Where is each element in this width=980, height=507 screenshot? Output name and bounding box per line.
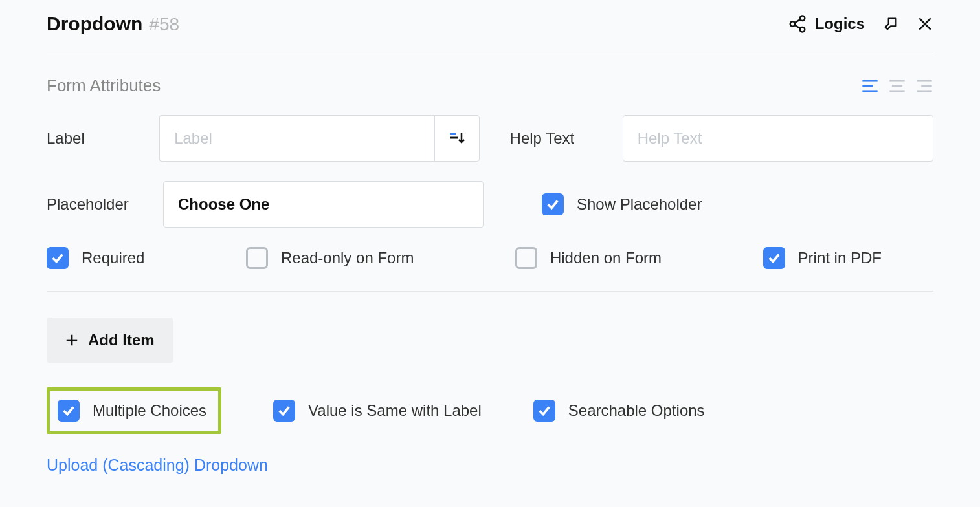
required-label: Required (82, 249, 144, 267)
share-icon (788, 14, 807, 34)
placeholder-input[interactable] (163, 181, 484, 228)
label-input[interactable] (159, 115, 434, 162)
divider (47, 291, 933, 292)
logics-button[interactable]: Logics (788, 14, 865, 34)
hidden-label: Hidden on Form (550, 249, 662, 267)
add-item-button[interactable]: Add Item (47, 318, 173, 363)
panel-title-wrap: Dropdown #58 (47, 13, 179, 35)
value-same-label-label: Value is Same with Label (308, 402, 482, 420)
checkbox-checked-icon (58, 400, 80, 422)
multiple-choices-checkbox[interactable]: Multiple Choices (58, 400, 206, 422)
print-pdf-label: Print in PDF (798, 249, 882, 267)
svg-point-2 (799, 27, 805, 32)
label-caption: Label (47, 129, 159, 147)
show-placeholder-label: Show Placeholder (577, 195, 702, 213)
section-title: Form Attributes (47, 76, 161, 96)
searchable-checkbox[interactable]: Searchable Options (533, 400, 705, 422)
searchable-label: Searchable Options (568, 402, 705, 420)
checkbox-checked-icon (763, 247, 785, 269)
divider (47, 52, 933, 52)
label-position-icon (448, 131, 466, 146)
panel-title: Dropdown (47, 13, 142, 35)
upload-cascading-link[interactable]: Upload (Cascading) Dropdown (47, 456, 933, 475)
svg-line-4 (794, 25, 800, 28)
checkbox-checked-icon (533, 400, 555, 422)
readonly-checkbox[interactable]: Read-only on Form (246, 247, 414, 269)
checkbox-checked-icon (47, 247, 69, 269)
checkbox-unchecked-icon (246, 247, 268, 269)
helptext-caption: Help Text (510, 129, 623, 147)
label-position-button[interactable] (434, 115, 480, 162)
hidden-checkbox[interactable]: Hidden on Form (515, 247, 662, 269)
logics-label: Logics (815, 15, 865, 33)
align-left-icon[interactable] (861, 78, 879, 94)
svg-line-3 (794, 19, 800, 23)
add-item-label: Add Item (88, 331, 155, 349)
required-checkbox[interactable]: Required (47, 247, 144, 269)
align-right-icon[interactable] (915, 78, 933, 94)
panel-title-id: #58 (149, 14, 179, 35)
show-placeholder-checkbox[interactable]: Show Placeholder (542, 193, 702, 215)
close-icon[interactable] (917, 16, 933, 32)
pin-icon[interactable] (882, 15, 900, 33)
checkbox-unchecked-icon (515, 247, 537, 269)
multiple-choices-highlight: Multiple Choices (47, 387, 221, 434)
svg-point-0 (799, 16, 805, 21)
value-same-label-checkbox[interactable]: Value is Same with Label (273, 400, 482, 422)
align-center-icon[interactable] (888, 78, 906, 94)
readonly-label: Read-only on Form (281, 249, 414, 267)
checkbox-checked-icon (542, 193, 564, 215)
checkbox-checked-icon (273, 400, 295, 422)
multiple-choices-label: Multiple Choices (93, 402, 206, 420)
placeholder-caption: Placeholder (47, 195, 163, 213)
svg-point-1 (790, 21, 795, 27)
helptext-input[interactable] (623, 115, 933, 162)
plus-icon (65, 333, 79, 347)
print-pdf-checkbox[interactable]: Print in PDF (763, 247, 882, 269)
